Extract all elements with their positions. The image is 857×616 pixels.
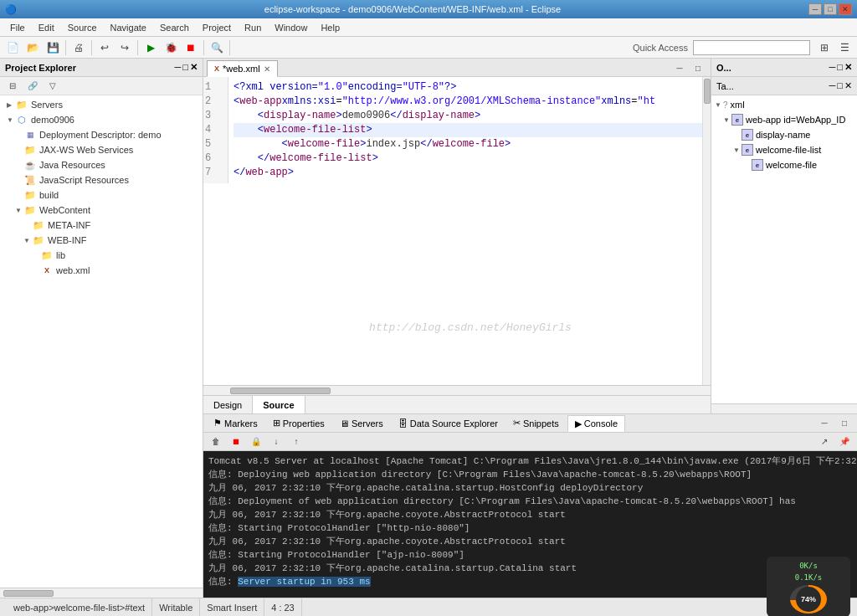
bp-tab-markers-label: Markers [224, 418, 258, 429]
outline-wf[interactable]: e welcome-file [711, 157, 857, 172]
code-line-1: <?xml version="1.0" encoding="UTF-8"?> [233, 80, 707, 95]
undo-button[interactable]: ↩ [95, 39, 114, 56]
bp-tab-markers[interactable]: ⚑ Markers [207, 415, 264, 432]
tree-lib[interactable]: 📁 lib [0, 248, 203, 263]
save-button[interactable]: 💾 [44, 39, 62, 56]
editor-tab-close[interactable]: ✕ [264, 64, 270, 74]
servers-icon: 🖥 [340, 418, 349, 429]
close-button[interactable]: ✕ [839, 3, 852, 15]
menu-window[interactable]: Window [268, 21, 314, 34]
network-percent: 74% [801, 595, 816, 603]
console-line-2: 九月 06, 2017 2:32:10 下午org.apache.catalin… [208, 481, 852, 495]
tree-demo0906[interactable]: ▼ ⬡ demo0906 [0, 112, 203, 127]
outline-wfl[interactable]: ▼ e welcome-file-list [711, 142, 857, 157]
search-button[interactable]: 🔍 [208, 39, 226, 56]
console-toolbar-right: ↗ 📌 [815, 434, 854, 450]
menu-search[interactable]: Search [153, 21, 196, 34]
editor-vscrollbar[interactable] [702, 77, 711, 385]
pe-link-with-editor[interactable]: 🔗 [23, 78, 42, 95]
rp-tab-max[interactable]: □ [837, 80, 843, 91]
bp-tab-properties[interactable]: ⊞ Properties [266, 415, 331, 432]
rp-close[interactable]: ✕ [844, 62, 852, 73]
tree-deployment[interactable]: ▦ Deployment Descriptor: demo [0, 127, 203, 142]
menu-edit[interactable]: Edit [32, 21, 61, 34]
pe-close[interactable]: ✕ [190, 62, 198, 73]
rp-max[interactable]: □ [837, 62, 843, 73]
open-button[interactable]: 📂 [23, 39, 42, 56]
maximize-button[interactable]: □ [824, 3, 837, 15]
editor-min-button[interactable]: ─ [670, 59, 689, 76]
editor-content[interactable]: 1 2 3 4 5 6 7 <?xml version="1.0" encodi… [203, 77, 711, 385]
print-button[interactable]: 🖨 [69, 39, 88, 56]
view-button[interactable]: ☰ [835, 39, 854, 56]
pe-scrollbar-thumb[interactable] [3, 590, 54, 597]
bp-tab-servers[interactable]: 🖥 Servers [333, 415, 390, 432]
editor-tabs: X *web.xml ✕ ─ □ [203, 59, 711, 77]
quick-access-input[interactable] [693, 40, 810, 55]
rp-tab-close[interactable]: ✕ [844, 80, 852, 91]
console-scroll-lock[interactable]: 🔒 [247, 434, 265, 450]
outline-webapp[interactable]: ▼ e web-app id=WebApp_ID [711, 112, 857, 127]
new-button[interactable]: 📄 [3, 39, 22, 56]
pe-collapse-all[interactable]: ⊟ [3, 78, 22, 95]
rp-second-tab-bar: Ta... ─ □ ✕ [711, 77, 857, 95]
run-button[interactable]: ▶ [141, 39, 160, 56]
tree-meta-inf[interactable]: 📁 META-INF [0, 218, 203, 233]
tree-servers-label: Servers [31, 100, 63, 110]
outline-displayname[interactable]: e display-name [711, 127, 857, 142]
console-content[interactable]: Tomcat v8.5 Server at localhost [Apache … [203, 451, 857, 598]
tree-java-resources[interactable]: ☕ Java Resources [0, 157, 203, 172]
outline-xml[interactable]: ▼ ? xml [711, 97, 857, 112]
tree-js-resources[interactable]: 📜 JavaScript Resources [0, 172, 203, 187]
console-prev-err[interactable]: ↑ [287, 434, 305, 450]
console-open-in[interactable]: ↗ [815, 434, 834, 450]
console-next-err[interactable]: ↓ [267, 434, 285, 450]
menu-help[interactable]: Help [314, 21, 346, 34]
toolbar-sep-5 [229, 40, 230, 55]
stop-button[interactable]: ⏹ [182, 39, 200, 56]
pe-minimize[interactable]: ─ [175, 62, 182, 73]
editor-vscrollbar-thumb[interactable] [704, 79, 711, 104]
editor-hscrollbar[interactable] [203, 385, 711, 395]
menu-project[interactable]: Project [196, 21, 238, 34]
bp-tab-console[interactable]: ▶ Console [567, 415, 625, 432]
menu-run[interactable]: Run [238, 21, 268, 34]
console-clear-button[interactable]: 🗑 [207, 434, 225, 450]
tree-webcontent[interactable]: ▼ 📁 WebContent [0, 203, 203, 218]
design-tab[interactable]: Design [203, 396, 253, 414]
editor-max-button[interactable]: □ [689, 59, 707, 76]
console-pin[interactable]: 📌 [835, 434, 854, 450]
menu-file[interactable]: File [3, 21, 32, 34]
console-stop-button[interactable]: ⏹ [227, 434, 245, 450]
tree-webxml[interactable]: X web.xml [0, 263, 203, 278]
rp-tab-min[interactable]: ─ [829, 80, 836, 91]
rp-min[interactable]: ─ [829, 62, 836, 73]
bp-tab-snippets[interactable]: ✂ Snippets [506, 415, 566, 432]
pe-maximize[interactable]: □ [182, 62, 188, 73]
tree-servers[interactable]: ▶ 📁 Servers [0, 97, 203, 112]
perspective-button[interactable]: ⊞ [815, 39, 834, 56]
outline-xml-label: xml [731, 100, 745, 110]
toolbar-1: 📄 📂 💾 🖨 ↩ ↪ ▶ 🐞 ⏹ 🔍 Quick Access ⊞ ☰ [0, 37, 857, 59]
source-tab[interactable]: Source [253, 396, 305, 414]
minimize-button[interactable]: ─ [808, 3, 822, 15]
editor-tab-webxml[interactable]: X *web.xml ✕ [207, 60, 278, 77]
code-line-6: </welcome-file-list> [233, 151, 707, 166]
bp-tab-datasource[interactable]: 🗄 Data Source Explorer [392, 415, 505, 432]
menu-source[interactable]: Source [61, 21, 104, 34]
menu-navigate[interactable]: Navigate [104, 21, 153, 34]
tree-jaxws[interactable]: 📁 JAX-WS Web Services [0, 142, 203, 157]
tree-web-inf[interactable]: ▼ 📁 WEB-INF [0, 233, 203, 248]
tree-build[interactable]: 📁 build [0, 187, 203, 203]
editor-hscrollbar-thumb[interactable] [230, 388, 331, 394]
console-line-3: 信息: Deployment of web application direct… [208, 495, 852, 508]
debug-button[interactable]: 🐞 [162, 39, 180, 56]
pe-view-menu[interactable]: ▽ [44, 78, 62, 95]
redo-button[interactable]: ↪ [115, 39, 134, 56]
code-area[interactable]: <?xml version="1.0" encoding="UTF-8"?> <… [230, 77, 711, 385]
code-line-2: <web-app xmlns:xsi="http://www.w3.org/20… [233, 95, 707, 109]
outline-webapp-arrow: ▼ [723, 116, 731, 124]
bp-max-button[interactable]: □ [835, 415, 854, 432]
tab-xml-icon: X [214, 64, 219, 73]
bp-min-button[interactable]: ─ [815, 415, 834, 432]
